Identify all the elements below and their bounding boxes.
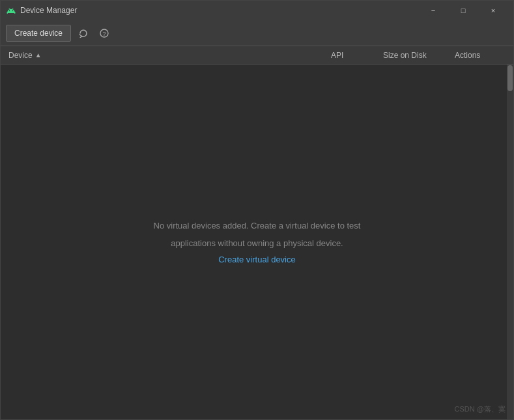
empty-state-line1: No virtual devices added. Create a virtu… xyxy=(154,219,361,233)
svg-point-2 xyxy=(9,10,10,11)
refresh-button[interactable] xyxy=(75,25,92,42)
maximize-button[interactable]: □ xyxy=(448,1,478,20)
empty-state: No virtual devices added. Create a virtu… xyxy=(154,219,361,264)
create-virtual-device-link[interactable]: Create virtual device xyxy=(218,255,296,264)
column-device[interactable]: Device ▲ xyxy=(1,51,331,60)
device-manager-window: Device Manager − □ × Create device ? De xyxy=(0,0,514,420)
create-device-button[interactable]: Create device xyxy=(6,25,71,42)
android-icon xyxy=(6,5,16,16)
close-button[interactable]: × xyxy=(478,1,508,20)
scrollbar-thumb[interactable] xyxy=(507,65,513,91)
svg-rect-0 xyxy=(7,12,8,14)
column-api-label: API xyxy=(331,51,343,60)
help-button[interactable]: ? xyxy=(96,25,113,42)
svg-point-3 xyxy=(12,10,13,11)
minimize-button[interactable]: − xyxy=(418,1,448,20)
title-bar-left: Device Manager xyxy=(6,5,77,16)
column-device-label: Device xyxy=(8,51,33,60)
scrollbar[interactable] xyxy=(507,64,513,419)
svg-text:?: ? xyxy=(103,31,106,37)
title-bar: Device Manager − □ × xyxy=(1,1,513,20)
table-header: Device ▲ API Size on Disk Actions xyxy=(1,46,513,64)
column-size-label: Size on Disk xyxy=(383,51,427,60)
column-size-on-disk[interactable]: Size on Disk xyxy=(383,51,455,60)
toolbar: Create device ? xyxy=(1,20,513,46)
column-api[interactable]: API xyxy=(331,51,383,60)
help-icon: ? xyxy=(100,29,109,38)
content-area: No virtual devices added. Create a virtu… xyxy=(1,64,513,419)
svg-line-5 xyxy=(12,8,13,10)
watermark: CSDN @落、寞 xyxy=(455,404,506,414)
empty-state-line2: applications without owning a physical d… xyxy=(154,237,361,251)
refresh-icon xyxy=(79,29,88,38)
sort-arrow-icon: ▲ xyxy=(35,51,42,59)
column-actions: Actions xyxy=(455,51,513,60)
title-bar-controls: − □ × xyxy=(418,1,508,20)
window-title: Device Manager xyxy=(20,6,77,15)
svg-rect-1 xyxy=(14,12,16,14)
svg-line-4 xyxy=(9,8,10,10)
column-actions-label: Actions xyxy=(455,51,480,60)
